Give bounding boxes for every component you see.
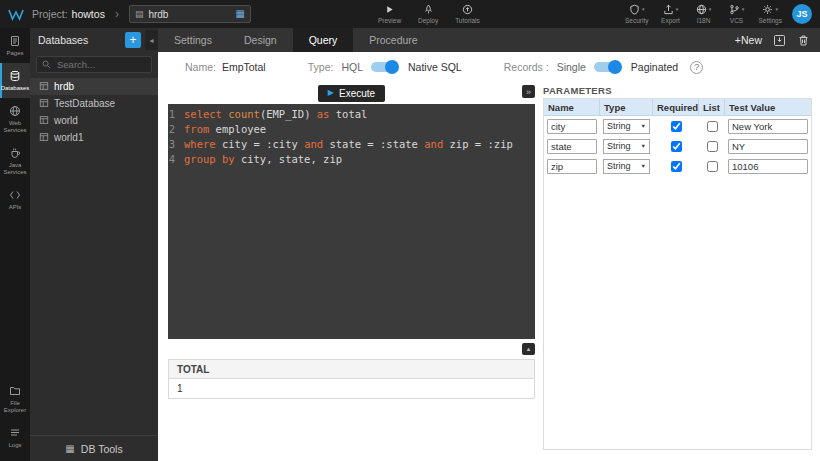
param-test-value-input[interactable] (728, 139, 808, 154)
tab-query[interactable]: Query (293, 28, 354, 52)
records-option-single[interactable]: Single (557, 61, 586, 73)
param-required-checkbox[interactable] (671, 161, 682, 172)
param-list-checkbox[interactable] (707, 121, 718, 132)
collapse-panel-button[interactable]: ◂ (145, 30, 158, 50)
file-explorer-icon (9, 385, 21, 397)
param-test-value-input[interactable] (728, 119, 808, 134)
code-token: where (184, 137, 222, 152)
tab-design[interactable]: Design (228, 28, 293, 52)
save-icon[interactable] (773, 34, 786, 47)
apis-icon (9, 189, 21, 201)
code-token: as (317, 107, 336, 122)
param-required-checkbox[interactable] (671, 141, 682, 152)
chevron-down-icon: ▾ (676, 7, 679, 12)
topbar-icon-label: Settings (759, 17, 783, 24)
project-name[interactable]: howtos (72, 8, 105, 20)
line-number: 3 (168, 137, 184, 152)
topbar-security-button[interactable]: ▾Security (623, 4, 650, 24)
search-icon (42, 60, 51, 69)
collapse-results-icon[interactable]: ▴ (522, 343, 535, 355)
topbar-icon-label: I18N (697, 17, 711, 24)
sidebar-item-label: Web Services (1, 120, 29, 134)
parameters-rows: String▼String▼String▼ (544, 116, 811, 176)
type-option-hql[interactable]: HQL (341, 61, 363, 73)
param-required-checkbox[interactable] (671, 121, 682, 132)
parameters-column-header: Test Value (725, 99, 811, 115)
param-name-input[interactable] (547, 139, 597, 154)
query-name-value[interactable]: EmpTotal (222, 61, 266, 73)
parameters-table: NameTypeRequiredListTest Value String▼St… (543, 98, 812, 450)
records-label: Records : (504, 61, 549, 73)
tab-settings[interactable]: Settings (158, 28, 228, 52)
code-token: select (184, 107, 228, 122)
code-token: count (228, 107, 260, 122)
sidebar-item-pages[interactable]: Pages (0, 28, 30, 63)
db-tools-button[interactable]: ▦ DB Tools (30, 435, 158, 461)
topbar-settings-button[interactable]: ▾Settings (757, 4, 785, 24)
records-toggle[interactable] (594, 62, 620, 72)
param-type-select[interactable]: String▼ (603, 139, 650, 154)
parameters-title: PARAMETERS (543, 82, 812, 98)
records-option-paginated[interactable]: Paginated (631, 61, 678, 73)
tabbar: SettingsDesignQueryProcedure +New (158, 28, 820, 52)
user-avatar[interactable]: JS (792, 4, 812, 24)
execute-button[interactable]: ▶ Execute (318, 85, 385, 102)
tab-procedure[interactable]: Procedure (353, 28, 433, 52)
expand-panel-icon[interactable]: » (522, 85, 535, 98)
topbar-deploy-button[interactable]: Deploy (415, 4, 441, 24)
topbar-preview-button[interactable]: Preview (376, 4, 403, 24)
results-table: TOTAL 1 (168, 359, 535, 399)
topbar-icon-label: Preview (378, 17, 401, 24)
search-input[interactable] (55, 58, 146, 71)
chevron-down-icon: ▾ (642, 7, 645, 12)
add-database-button[interactable]: + (125, 32, 141, 48)
app-logo-icon[interactable] (8, 8, 24, 21)
database-selector[interactable]: ▤ hrdb ▦ (129, 5, 251, 23)
table-icon (39, 98, 49, 110)
vcs-icon (729, 4, 740, 15)
param-list-checkbox[interactable] (707, 141, 718, 152)
help-icon[interactable]: ? (690, 61, 703, 74)
database-list-item[interactable]: world (30, 112, 158, 129)
type-option-native-sql[interactable]: Native SQL (408, 61, 462, 73)
param-name-input[interactable] (547, 119, 597, 134)
table-icon (39, 132, 49, 144)
sidebar-item-apis[interactable]: APIs (0, 182, 30, 217)
sidebar-item-label: Java Services (1, 162, 29, 176)
database-list-item[interactable]: hrdb (30, 78, 158, 95)
database-list-item[interactable]: world1 (30, 129, 158, 146)
sidebar-item-logs[interactable]: Logs (0, 420, 30, 455)
param-name-input[interactable] (547, 159, 597, 174)
sql-editor[interactable]: 1select count(EMP_ID) as total2from empl… (168, 104, 535, 339)
topbar-i18n-button[interactable]: ▾I18N (691, 4, 717, 24)
param-type-select[interactable]: String▼ (603, 119, 650, 134)
preview-icon (384, 4, 395, 15)
topbar-export-button[interactable]: ▾Export (658, 4, 684, 24)
param-list-checkbox[interactable] (707, 161, 718, 172)
type-toggle[interactable] (371, 62, 397, 72)
results-value: 1 (169, 379, 534, 398)
sidebar-item-web-services[interactable]: Web Services (0, 98, 30, 140)
code-token: group by (184, 152, 241, 167)
chevron-down-icon: ▾ (709, 7, 712, 12)
sidebar-item-java-services[interactable]: Java Services (0, 140, 30, 182)
topbar-icon-label: Export (661, 17, 680, 24)
chevron-down-icon: ▼ (641, 143, 646, 149)
sidebar-item-label: Databases (1, 85, 30, 92)
trash-icon[interactable] (797, 34, 810, 47)
sidebar-item-databases[interactable]: Databases (0, 63, 30, 98)
topbar-vcs-button[interactable]: ▾VCS (724, 4, 750, 24)
database-name: world (54, 115, 78, 126)
topbar-tutorials-button[interactable]: Tutorials (453, 4, 482, 24)
chevron-down-icon: ▾ (775, 7, 778, 12)
param-type-select[interactable]: String▼ (603, 159, 650, 174)
db-tools-label: DB Tools (81, 443, 123, 455)
param-test-value-input[interactable] (728, 159, 808, 174)
new-button[interactable]: +New (735, 34, 762, 46)
topbar-icon-label: Tutorials (455, 17, 480, 24)
tab-actions: +New (735, 28, 820, 52)
sidebar-item-file-explorer[interactable]: File Explorer (0, 378, 30, 420)
grid-icon[interactable]: ▦ (235, 9, 244, 19)
chevron-down-icon: ▼ (641, 123, 646, 129)
database-list-item[interactable]: TestDatabase (30, 95, 158, 112)
